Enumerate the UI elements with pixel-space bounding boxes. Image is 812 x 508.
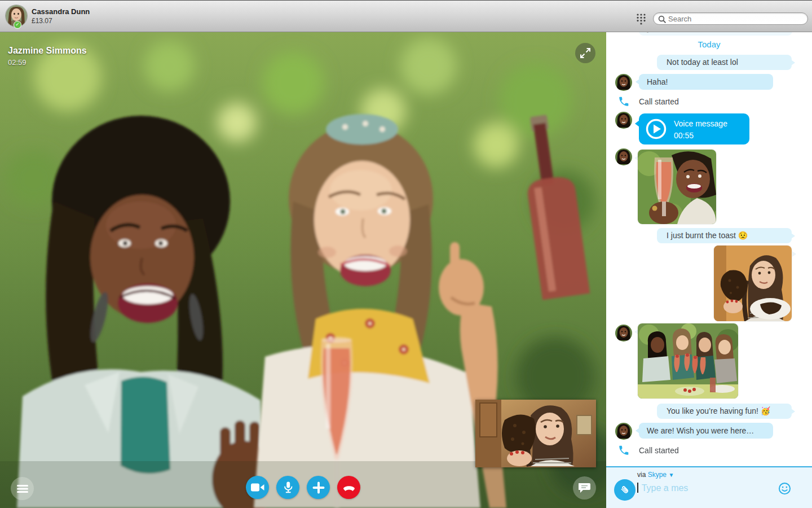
search-field[interactable]	[653, 12, 808, 25]
message-placeholder: Type a mes	[642, 483, 689, 493]
chevron-down-icon: ▼	[668, 472, 674, 478]
message-bubble-sent: Not today at least lol	[657, 55, 792, 70]
photo-message[interactable]	[714, 246, 792, 321]
add-participant-button[interactable]	[307, 476, 330, 499]
peer-avatar[interactable]	[615, 148, 632, 165]
play-button[interactable]	[646, 119, 667, 139]
peer-avatar[interactable]	[615, 74, 632, 91]
camera-icon	[251, 483, 264, 492]
clipped-message-bubble: yes	[639, 32, 792, 36]
call-timer: 02:59	[8, 58, 27, 67]
toggle-microphone-button[interactable]	[276, 476, 299, 499]
user-name: Cassandra Dunn	[32, 7, 90, 16]
search-icon	[658, 15, 667, 24]
dialpad-icon[interactable]	[635, 13, 647, 25]
peer-avatar[interactable]	[615, 325, 632, 341]
chat-toggle-button[interactable]	[573, 476, 596, 500]
via-prefix: via	[637, 471, 646, 479]
microphone-icon	[282, 481, 294, 494]
end-call-button[interactable]	[337, 476, 360, 499]
phone-icon	[618, 445, 629, 456]
voice-message-title: Voice message	[674, 119, 727, 128]
toggle-camera-button[interactable]	[246, 476, 269, 499]
fullscreen-button[interactable]	[575, 43, 595, 63]
via-service-selector[interactable]: via Skype ▼	[637, 471, 674, 479]
peer-avatar[interactable]	[615, 112, 632, 129]
message-bubble-sent: You like you’re having fun! 🥳	[657, 404, 792, 419]
plus-icon	[312, 481, 325, 494]
expand-icon	[580, 47, 591, 59]
account-balance: £13.07	[32, 17, 52, 25]
system-message: Call started	[639, 446, 679, 455]
voice-message-duration: 00:55	[674, 131, 694, 140]
video-call-stage: Jazmine Simmons 02:59	[0, 32, 606, 508]
peer-name: Jazmine Simmons	[8, 46, 87, 56]
date-header: Today	[606, 40, 812, 49]
attach-file-button[interactable]	[614, 479, 636, 501]
via-service: Skype	[648, 471, 667, 479]
peer-avatar[interactable]	[615, 423, 632, 440]
self-view-video[interactable]	[475, 400, 596, 467]
voice-message-bubble: Voice message 00:55	[639, 113, 749, 144]
chat-bubble-icon	[579, 483, 591, 493]
photo-message[interactable]	[638, 323, 738, 398]
chat-panel: yes Today Not today at least lol Haha! C…	[606, 32, 812, 508]
photo-message[interactable]	[638, 150, 716, 224]
phone-icon	[618, 96, 629, 107]
text-cursor	[637, 483, 638, 493]
paperclip-icon	[619, 484, 630, 496]
message-bubble-received: Haha!	[639, 74, 773, 90]
online-status-check-icon: ✓	[14, 21, 21, 29]
call-menu-button[interactable]	[11, 477, 34, 500]
emoji-picker-button[interactable]	[778, 482, 791, 495]
compose-area: via Skype ▼ Type a mes	[606, 466, 812, 508]
message-input[interactable]: Type a mes	[637, 483, 688, 493]
message-bubble-received: We are! Wish you were here…	[639, 423, 773, 439]
top-toolbar: ✓ Cassandra Dunn £13.07	[0, 0, 812, 32]
message-bubble-sent: I just burnt the toast 😟	[657, 228, 792, 243]
system-message: Call started	[639, 97, 679, 106]
photo-tail	[792, 251, 796, 257]
end-call-icon	[342, 482, 356, 493]
hamburger-icon	[17, 484, 28, 493]
search-input[interactable]	[668, 14, 804, 24]
